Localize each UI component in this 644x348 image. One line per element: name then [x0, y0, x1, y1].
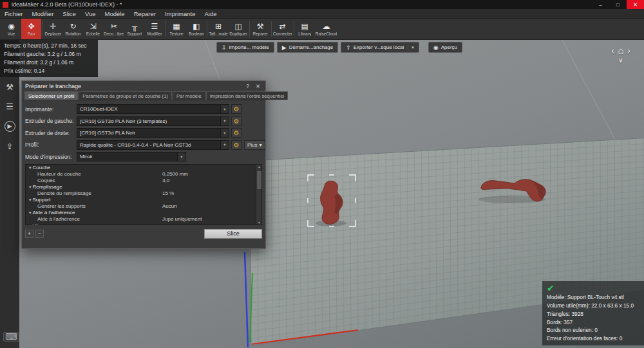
settings-row[interactable]: Densité du remplissage 15 % [26, 190, 261, 197]
home-view-icon[interactable]: ⌂ [618, 45, 623, 56]
menu-vue[interactable]: Vue [80, 9, 100, 18]
rotate-icon: ↻ [70, 23, 76, 31]
tab-select-profile[interactable]: Selectionner un profil [24, 91, 78, 100]
view-left-arrow[interactable]: ‹ [611, 46, 614, 55]
menu-aide[interactable]: Aide [200, 9, 221, 18]
info-model-name: Modèle: Support BL-Touch v4.stl [547, 293, 641, 302]
settings-row[interactable]: Coques 3,0 [26, 178, 261, 184]
menu-bar: Fichier Modifier Slice Vue Modèle Repare… [0, 9, 644, 19]
export-icon: ⇪ [346, 44, 351, 51]
profile-plus-button[interactable]: Plus ▾ [244, 140, 265, 150]
connect-button[interactable]: ⇄ Connecter [272, 19, 293, 39]
keyboard-icon[interactable]: ⌨ [3, 332, 19, 342]
import-model-button[interactable]: ⇩ Importe... modèle [216, 42, 274, 53]
viewport[interactable]: ⚒ ☰ ▶ ⇪ Temps: 0 heure(s), 27 min, 16 se… [0, 40, 644, 348]
tab-group-layer-settings[interactable]: Paramètres de groupe et de couche (1) [79, 91, 172, 100]
settings-row[interactable]: Hauteur de couche 0,2500 mm [26, 171, 261, 178]
dialog-bottom-bar: + − Slice [22, 225, 265, 239]
rotate-button[interactable]: ↻ Rotation [63, 19, 83, 39]
sliders-icon: ☰ [151, 23, 158, 31]
settings-group-row[interactable]: Vitesse [26, 223, 261, 225]
eye-icon: ◉ [8, 23, 14, 31]
wrench-icon[interactable]: ⚒ [6, 82, 14, 92]
free-cut-button[interactable]: ✂ Deco...ibre [103, 19, 124, 39]
settings-group-row[interactable]: Support [26, 197, 261, 203]
menu-fichier[interactable]: Fichier [0, 9, 28, 18]
dialog-close-button[interactable]: ✕ [254, 82, 262, 90]
toolbar-separator [165, 21, 166, 37]
settings-row[interactable]: Aide à l'adhérence Jupe uniquement [26, 216, 261, 223]
settings-scrollbar[interactable]: ▲ ▼ [256, 165, 261, 224]
settings-group-row[interactable]: Aide à l'adhérence [26, 210, 261, 216]
view-down-arrow[interactable]: ∨ [603, 57, 639, 64]
toolbar-separator [207, 21, 207, 37]
profile-gear-icon[interactable]: ⚙ [231, 140, 242, 150]
repair-button[interactable]: ⚒ Reparer [251, 19, 270, 39]
menu-imprimante[interactable]: Imprimante [160, 9, 200, 18]
texture-icon: ▦ [173, 23, 180, 31]
right-extruder-select[interactable]: [CR10] GST3d PLA Noir ▾ [77, 128, 229, 138]
add-template-button[interactable]: + [25, 230, 33, 238]
tab-per-model[interactable]: Par modèle [173, 91, 205, 100]
chevron-down-icon: ▾ [220, 105, 229, 113]
stat-time: Temps: 0 heure(s), 27 min, 16 sec [4, 42, 95, 50]
view-button[interactable]: ◉ Vue [1, 19, 21, 39]
left-extruder-gear-icon[interactable]: ⚙ [231, 116, 242, 126]
view-navigation: ‹ ⌂ › ∨ [603, 45, 639, 64]
upload-icon[interactable]: ⇪ [6, 142, 14, 151]
preview-button[interactable]: ◉ Aperçu [428, 42, 462, 53]
texture-button[interactable]: ▦ Texture [166, 19, 186, 39]
max-size-button[interactable]: ⊞ Tail...male [208, 19, 228, 39]
toolbar-separator [271, 21, 272, 37]
export-dropdown-arrow[interactable]: ▾ [408, 45, 414, 50]
export-button[interactable]: ⇪ Exporter v...sque local ▾ [341, 42, 419, 53]
printer-gear-icon[interactable]: ⚙ [231, 104, 242, 114]
print-mode-select[interactable]: Miroir ▾ [77, 152, 186, 161]
app-logo-icon [3, 2, 8, 8]
menu-modele[interactable]: Modèle [100, 9, 129, 18]
menu-slice[interactable]: Slice [58, 9, 80, 18]
right-extruder-gear-icon[interactable]: ⚙ [231, 128, 242, 138]
profile-select[interactable]: Rapide qualite - CR10-0.4-0.4 - PLA Noir… [77, 140, 229, 150]
library-icon: ▤ [301, 23, 308, 31]
view-right-arrow[interactable]: › [628, 46, 630, 55]
settings-group-row[interactable]: Remplissage [26, 184, 261, 190]
support-button[interactable]: ╥ Support [124, 19, 144, 39]
tab-sequential-print[interactable]: Impression dans l'ordre séquentiel [206, 91, 288, 100]
minimize-button[interactable]: – [592, 0, 609, 9]
left-extruder-select[interactable]: [CR10] GST3d PLA Noir (3 templates) ▾ [77, 116, 229, 126]
settings-tree: Couche Hauteur de couche 0,2500 mm Coque… [25, 164, 262, 225]
pan-button[interactable]: ✥ Pan [21, 19, 41, 39]
start-slicing-button[interactable]: ▶ Démarre...anchage [277, 42, 338, 53]
action-bar: ⇩ Importe... modèle ▶ Démarre...anchage … [216, 42, 462, 53]
action-bar-gap [422, 42, 426, 53]
remove-template-button[interactable]: − [35, 230, 44, 238]
scroll-down-icon[interactable]: ▼ [256, 221, 262, 224]
maximize-button[interactable]: □ [609, 0, 627, 9]
scale-icon: ⇲ [90, 23, 96, 31]
slice-button[interactable]: Slice [204, 229, 262, 239]
menu-reparer[interactable]: Reparer [129, 9, 160, 18]
raisecloud-button[interactable]: ☁ RaiseCloud [315, 19, 338, 39]
modify-button[interactable]: ☰ Modifier [144, 19, 164, 39]
duplicate-button[interactable]: ◫ Dupliquer [229, 19, 249, 39]
side-icon-column: ⚒ ☰ ▶ ⇪ [0, 82, 19, 151]
scrollbar-thumb[interactable] [257, 171, 261, 189]
printer-select[interactable]: CR10Duet-IDEX ▾ [77, 104, 229, 114]
close-button[interactable]: ✕ [627, 0, 644, 9]
scroll-up-icon[interactable]: ▲ [256, 165, 262, 169]
scissors-icon: ✂ [111, 23, 117, 31]
info-non-eulerian: Bords non eulerien: 0 [547, 326, 641, 334]
list-icon[interactable]: ☰ [6, 102, 14, 111]
move-button[interactable]: ✛ Deplacer [43, 19, 63, 39]
repair-icon: ⚒ [257, 23, 264, 31]
dialog-help-button[interactable]: ? [243, 82, 252, 90]
menu-modifier[interactable]: Modifier [28, 9, 59, 18]
app-window: ideaMaker 4.2.0 Beta (CR10Duet-IDEX) - *… [0, 0, 644, 348]
boolean-button[interactable]: ◧ Boolean [186, 19, 206, 39]
scale-button[interactable]: ⇲ Echelle [83, 19, 103, 39]
play-icon[interactable]: ▶ [5, 121, 15, 132]
settings-group-row[interactable]: Couche [26, 165, 261, 171]
library-button[interactable]: ▤ Library [295, 19, 315, 39]
settings-row[interactable]: Générer les supports Aucun [26, 203, 261, 210]
